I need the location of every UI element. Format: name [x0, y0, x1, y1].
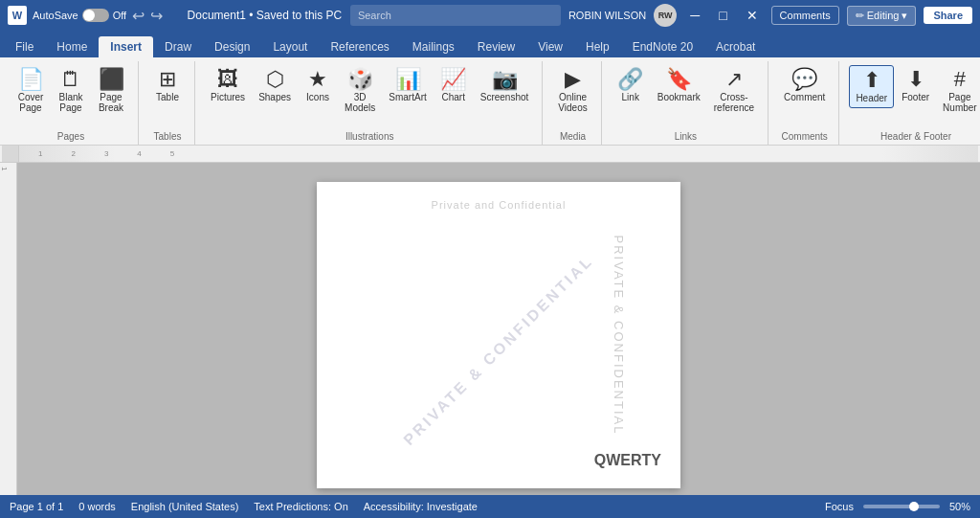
share-button[interactable]: Share [924, 7, 972, 24]
avatar: RW [654, 4, 677, 27]
tab-file[interactable]: File [4, 36, 45, 57]
table-icon: ⊞ [159, 69, 176, 90]
comment-icon: 💬 [791, 69, 817, 90]
page-break-button[interactable]: ⬛ PageBreak [92, 65, 130, 117]
shapes-label: Shapes [258, 92, 291, 102]
illustrations-group-label: Illustrations [345, 131, 394, 145]
link-button[interactable]: 🔗 Link [612, 65, 650, 106]
media-group-label: Media [560, 131, 586, 145]
ruler-corner [2, 146, 19, 163]
pictures-label: Pictures [211, 92, 245, 102]
media-buttons: ▶ OnlineVideos [552, 61, 592, 131]
tab-layout[interactable]: Layout [261, 36, 319, 57]
icons-button[interactable]: ★ Icons [299, 65, 337, 106]
comment-label: Comment [784, 92, 825, 102]
3d-models-icon: 🎲 [347, 69, 373, 90]
3d-models-button[interactable]: 🎲 3DModels [339, 65, 381, 117]
shapes-icon: ⬡ [266, 69, 284, 90]
text-predictions: Text Predictions: On [254, 501, 347, 512]
search-input[interactable] [350, 5, 561, 26]
page-break-icon: ⬛ [99, 69, 124, 90]
screenshot-label: Screenshot [480, 92, 529, 102]
word-logo: W [8, 6, 27, 25]
undo-icon[interactable]: ↩ [132, 7, 145, 25]
link-label: Link [622, 92, 639, 102]
word-count: 0 words [78, 501, 116, 512]
online-videos-icon: ▶ [565, 69, 581, 90]
doc-title: Document1 • Saved to this PC [179, 9, 350, 22]
page-break-label: PageBreak [99, 92, 123, 113]
minimize-button[interactable]: ─ [684, 6, 705, 25]
redo-icon[interactable]: ↪ [150, 7, 163, 25]
tab-help[interactable]: Help [574, 36, 621, 57]
editing-chevron-icon: ▾ [902, 10, 907, 22]
tab-insert[interactable]: Insert [99, 36, 153, 57]
header-button[interactable]: ⬆ Header [849, 65, 894, 108]
ribbon: 📄 CoverPage 🗒 BlankPage ⬛ PageBreak Page… [0, 57, 980, 146]
footer-icon: ⬇ [907, 69, 924, 90]
tab-mailings[interactable]: Mailings [401, 36, 466, 57]
close-button[interactable]: ✕ [741, 6, 764, 25]
blank-page-icon: 🗒 [60, 69, 81, 90]
3d-models-label: 3DModels [345, 92, 375, 113]
chart-button[interactable]: 📈 Chart [434, 65, 473, 106]
ruler-vertical: 1 [0, 163, 17, 495]
title-bar-right: ROBIN WILSON RW ─ □ ✕ Comments ✏ Editing… [350, 4, 972, 27]
screenshot-button[interactable]: 📷 Screenshot [475, 65, 535, 106]
ribbon-group-media: ▶ OnlineVideos Media [545, 61, 601, 145]
tab-view[interactable]: View [526, 36, 574, 57]
tab-references[interactable]: References [319, 36, 400, 57]
comments-buttons: 💬 Comment [778, 61, 831, 131]
editing-icon: ✏ [856, 10, 864, 22]
tab-endnote[interactable]: EndNote 20 [621, 36, 704, 57]
watermark-diagonal: PRIVATE & CONFIDENTIAL [400, 252, 596, 448]
pages-buttons: 📄 CoverPage 🗒 BlankPage ⬛ PageBreak [11, 61, 130, 131]
comments-button[interactable]: Comments [771, 6, 839, 25]
smartart-icon: 📊 [395, 69, 421, 90]
autosave-state: Off [113, 10, 126, 21]
footer-button[interactable]: ⬇ Footer [896, 65, 935, 106]
table-button[interactable]: ⊞ Table [148, 65, 187, 106]
autosave-label: AutoSave [33, 10, 78, 21]
online-videos-button[interactable]: ▶ OnlineVideos [552, 65, 592, 117]
cross-reference-button[interactable]: ↗ Cross-reference [708, 65, 760, 117]
ribbon-group-header-footer: ⬆ Header ⬇ Footer # PageNumber Header & … [841, 61, 980, 145]
smartart-button[interactable]: 📊 SmartArt [383, 65, 432, 106]
link-icon: 🔗 [617, 69, 643, 90]
autosave-toggle[interactable] [82, 9, 109, 22]
focus-label: Focus [825, 501, 854, 512]
tab-review[interactable]: Review [466, 36, 526, 57]
ribbon-group-comments: 💬 Comment Comments [770, 61, 839, 145]
tab-acrobat[interactable]: Acrobat [704, 36, 767, 57]
user-name: ROBIN WILSON [568, 10, 646, 21]
blank-page-button[interactable]: 🗒 BlankPage [52, 65, 90, 117]
bookmark-button[interactable]: 🔖 Bookmark [652, 65, 706, 106]
zoom-thumb[interactable] [909, 502, 919, 511]
document-page: Private and Confidential PRIVATE & CONFI… [317, 182, 680, 488]
zoom-slider[interactable] [863, 505, 940, 508]
title-bar-left: W AutoSave Off ↩ ↪ [8, 6, 179, 25]
tab-draw[interactable]: Draw [153, 36, 203, 57]
editing-button[interactable]: ✏ Editing ▾ [847, 6, 917, 26]
links-group-label: Links [675, 131, 697, 145]
restore-button[interactable]: □ [713, 6, 732, 25]
cover-page-button[interactable]: 📄 CoverPage [11, 65, 50, 117]
pictures-button[interactable]: 🖼 Pictures [205, 65, 251, 106]
tables-group-label: Tables [154, 131, 182, 145]
smartart-label: SmartArt [389, 92, 426, 102]
document-area[interactable]: Private and Confidential PRIVATE & CONFI… [17, 163, 980, 495]
tab-home[interactable]: Home [45, 36, 99, 57]
ribbon-group-pages: 📄 CoverPage 🗒 BlankPage ⬛ PageBreak Page… [4, 61, 139, 145]
online-videos-label: OnlineVideos [558, 92, 587, 113]
page-info: Page 1 of 1 [10, 501, 63, 512]
chart-label: Chart [442, 92, 465, 102]
pictures-icon: 🖼 [217, 69, 238, 90]
ruler-horizontal: 12345 [0, 146, 980, 163]
comment-button[interactable]: 💬 Comment [778, 65, 831, 106]
zoom-level: 50% [949, 501, 970, 512]
shapes-button[interactable]: ⬡ Shapes [253, 65, 297, 106]
tab-design[interactable]: Design [203, 36, 261, 57]
page-number-button[interactable]: # PageNumber [937, 65, 980, 117]
cross-reference-label: Cross-reference [714, 92, 754, 113]
illustrations-buttons: 🖼 Pictures ⬡ Shapes ★ Icons 🎲 3DModels 📊… [205, 61, 534, 131]
